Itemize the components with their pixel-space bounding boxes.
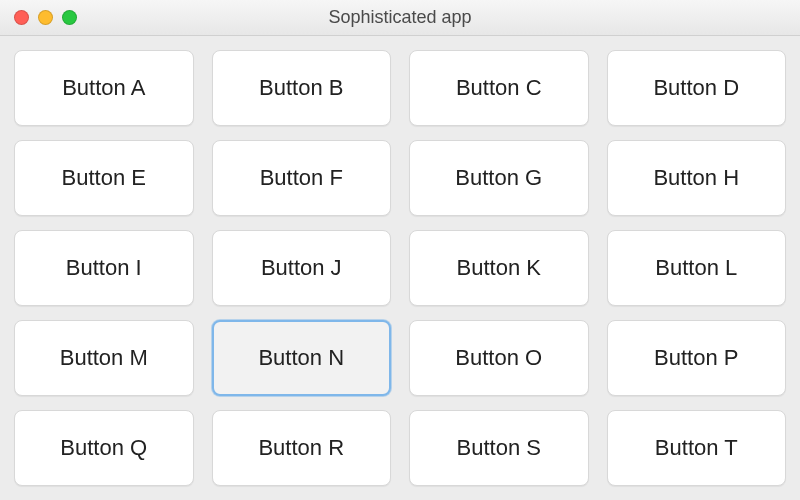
button-l[interactable]: Button L [607, 230, 787, 306]
button-o[interactable]: Button O [409, 320, 589, 396]
titlebar: Sophisticated app [0, 0, 800, 36]
button-r[interactable]: Button R [212, 410, 392, 486]
button-e[interactable]: Button E [14, 140, 194, 216]
button-k[interactable]: Button K [409, 230, 589, 306]
zoom-icon[interactable] [62, 10, 77, 25]
button-f[interactable]: Button F [212, 140, 392, 216]
app-window: Sophisticated app Button A Button B Butt… [0, 0, 800, 500]
button-h[interactable]: Button H [607, 140, 787, 216]
button-p[interactable]: Button P [607, 320, 787, 396]
button-g[interactable]: Button G [409, 140, 589, 216]
button-grid: Button A Button B Button C Button D Butt… [0, 36, 800, 500]
button-i[interactable]: Button I [14, 230, 194, 306]
close-icon[interactable] [14, 10, 29, 25]
minimize-icon[interactable] [38, 10, 53, 25]
window-controls [14, 10, 77, 25]
button-a[interactable]: Button A [14, 50, 194, 126]
button-b[interactable]: Button B [212, 50, 392, 126]
button-c[interactable]: Button C [409, 50, 589, 126]
button-m[interactable]: Button M [14, 320, 194, 396]
window-title: Sophisticated app [0, 7, 800, 28]
button-s[interactable]: Button S [409, 410, 589, 486]
button-q[interactable]: Button Q [14, 410, 194, 486]
button-n[interactable]: Button N [212, 320, 392, 396]
button-t[interactable]: Button T [607, 410, 787, 486]
button-d[interactable]: Button D [607, 50, 787, 126]
button-j[interactable]: Button J [212, 230, 392, 306]
